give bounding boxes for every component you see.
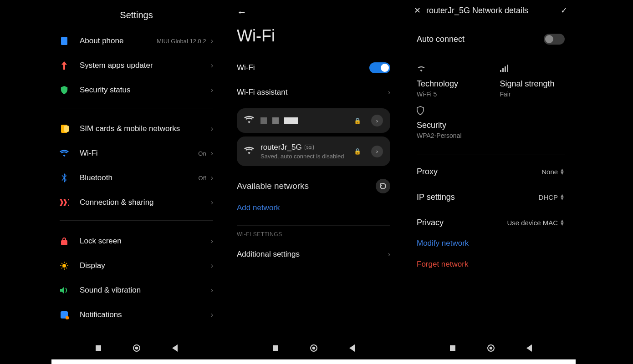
row-connection-sharing[interactable]: Connection & sharing › [60, 190, 213, 215]
label: Signal strength [500, 79, 565, 89]
row-about-phone[interactable]: About phone MIUI Global 12.0.2 › [60, 29, 213, 53]
value: None ▲▼ [541, 168, 565, 176]
row-label: System apps updater [80, 61, 211, 70]
nav-back-icon[interactable] [526, 344, 532, 352]
nav-home-icon[interactable] [487, 344, 495, 352]
row-meta: MIUI Global 12.0.2 [157, 38, 206, 45]
row-label: Additional settings [237, 250, 388, 259]
bluetooth-icon [60, 173, 69, 182]
svg-rect-9 [500, 70, 501, 72]
nav-back-icon[interactable] [349, 344, 355, 352]
nav-recents-icon[interactable] [273, 345, 278, 351]
ssid-text: routerJr_5G [260, 143, 302, 152]
network-details-button[interactable]: › [371, 115, 383, 126]
phone-icon [60, 36, 69, 46]
chevron-right-icon: › [211, 174, 213, 182]
signal-icon [500, 65, 565, 75]
chevron-right-icon: › [211, 311, 213, 319]
privacy-row[interactable]: Privacy Use device MAC ▲▼ [417, 210, 565, 235]
label: Privacy [417, 218, 507, 228]
row-label: About phone [80, 36, 157, 46]
network-details-button[interactable]: › [371, 146, 383, 157]
row-label: Notifications [80, 310, 211, 319]
label: Technology [417, 79, 482, 89]
auto-connect-row[interactable]: Auto connect [417, 25, 565, 53]
row-label: Wi-Fi [80, 149, 198, 158]
ssid-sub: Saved, auto connect is disabled [260, 153, 347, 160]
forget-network-link[interactable]: Forget network [417, 256, 565, 277]
sun-icon [60, 261, 69, 270]
label: IP settings [417, 192, 539, 202]
arrow-up-icon [60, 61, 69, 70]
ip-settings-row[interactable]: IP settings DHCP ▲▼ [417, 184, 565, 210]
nav-bar [406, 341, 576, 355]
row-label: Sound & vibration [80, 286, 211, 295]
ssid-redacted [260, 117, 347, 124]
row-meta: On [198, 150, 206, 157]
confirm-icon[interactable]: ✓ [561, 5, 567, 15]
page-title: Wi-Fi [229, 18, 398, 56]
wifi-assistant-row[interactable]: Wi-Fi assistant › [237, 80, 390, 105]
row-label: Bluetooth [80, 173, 199, 182]
page-title: routerJr_5G Network details [426, 6, 555, 15]
divider [417, 155, 565, 155]
shield-icon [417, 106, 565, 116]
lock-icon [60, 237, 69, 246]
lock-icon: 🔒 [354, 117, 361, 124]
value: WPA2-Personal [417, 132, 565, 139]
security-cell: Security WPA2-Personal [417, 106, 565, 146]
wifi-screen: ← Wi-Fi Wi-Fi Wi-Fi assistant › [229, 0, 398, 359]
chevron-right-icon: › [211, 86, 213, 94]
proxy-row[interactable]: Proxy None ▲▼ [417, 159, 565, 184]
wifi-icon [417, 65, 482, 75]
row-lock-screen[interactable]: Lock screen › [60, 229, 213, 253]
divider [237, 225, 390, 226]
row-system-apps-updater[interactable]: System apps updater › [60, 53, 213, 78]
row-notifications[interactable]: Notifications › [60, 303, 213, 327]
row-label: Security status [80, 86, 211, 95]
row-security-status[interactable]: Security status › [60, 78, 213, 102]
nav-recents-icon[interactable] [96, 345, 101, 351]
svg-rect-11 [505, 66, 506, 72]
label: Proxy [417, 167, 541, 177]
technology-cell: Technology Wi-Fi 5 [417, 65, 482, 98]
chevron-right-icon: › [211, 37, 213, 45]
row-label: Wi-Fi [237, 63, 369, 72]
connected-network-card[interactable]: 🔒 › [237, 108, 390, 133]
lock-icon: 🔒 [354, 148, 361, 155]
network-details-screen: ✕ routerJr_5G Network details ✓ Auto con… [406, 0, 576, 359]
svg-rect-12 [507, 65, 508, 72]
wifi-toggle[interactable] [369, 62, 390, 73]
additional-settings-row[interactable]: Additional settings › [237, 242, 390, 267]
row-display[interactable]: Display › [60, 253, 213, 278]
row-wifi[interactable]: Wi-Fi On › [60, 141, 213, 166]
wifi-icon [244, 147, 254, 157]
row-label: SIM cards & mobile networks [80, 124, 211, 133]
close-icon[interactable]: ✕ [414, 5, 421, 15]
back-arrow-icon[interactable]: ← [237, 6, 247, 18]
svg-rect-10 [502, 68, 504, 72]
nav-recents-icon[interactable] [450, 345, 455, 351]
nav-back-icon[interactable] [172, 344, 178, 352]
sound-icon [60, 286, 69, 295]
nav-home-icon[interactable] [310, 344, 317, 352]
svg-line-7 [66, 263, 67, 264]
add-network-link[interactable]: Add network [237, 197, 390, 222]
saved-network-card[interactable]: routerJr_5G 5G Saved, auto connect is di… [237, 136, 390, 166]
notifications-icon [60, 310, 69, 319]
row-label: Lock screen [80, 237, 211, 246]
row-sim-cards[interactable]: SIM cards & mobile networks › [60, 116, 213, 141]
wifi-toggle-row[interactable]: Wi-Fi [237, 56, 390, 80]
row-meta: Off [199, 175, 206, 182]
row-bluetooth[interactable]: Bluetooth Off › [60, 166, 213, 190]
modify-network-link[interactable]: Modify network [417, 235, 565, 256]
auto-connect-toggle[interactable] [544, 34, 565, 45]
settings-screen: Settings About phone MIUI Global 12.0.2 … [51, 0, 221, 359]
row-sound-vibration[interactable]: Sound & vibration › [60, 278, 213, 303]
refresh-button[interactable] [376, 179, 390, 193]
svg-point-0 [62, 264, 66, 268]
nav-home-icon[interactable] [133, 344, 140, 352]
select-arrows-icon: ▲▼ [560, 194, 565, 200]
page-title: Settings [51, 0, 221, 29]
sim-icon [60, 124, 69, 133]
